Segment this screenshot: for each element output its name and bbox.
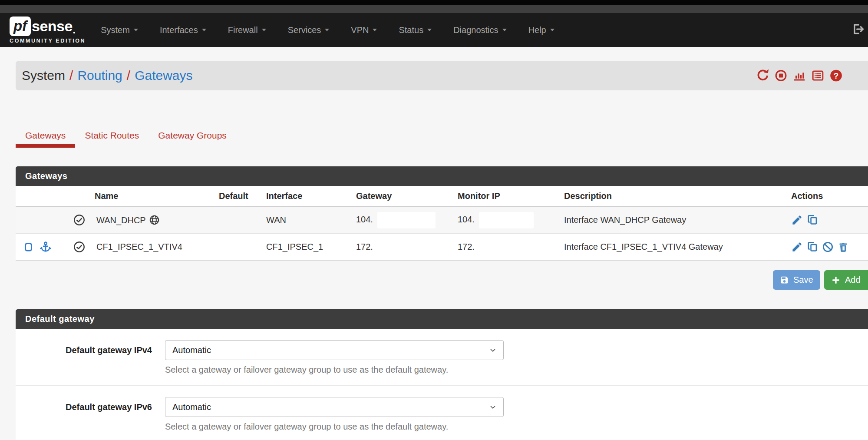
col-status [67,186,91,207]
nav-item-interfaces[interactable]: Interfaces [149,25,217,35]
routing-tabs: Gateways Static Routes Gateway Groups [16,123,236,148]
tab-static-routes[interactable]: Static Routes [75,123,149,148]
nav-item-label: Help [528,25,546,35]
nav-item-label: Interfaces [160,25,198,35]
nav-item-label: Services [288,25,321,35]
nav-item-services[interactable]: Services [277,25,340,35]
breadcrumb-routing-link[interactable]: Routing [77,68,122,83]
col-description: Description [561,186,788,207]
selected-value: Automatic [172,402,211,412]
nav-item-help[interactable]: Help [518,25,565,35]
refresh-icon[interactable] [756,69,769,82]
chevron-down-icon [134,29,138,31]
col-select [16,186,67,207]
gateway-interface-cell: WAN [263,207,353,234]
pfsense-logo[interactable]: pf sense COMMUNITY EDITION [10,17,86,44]
chevron-down-icon [427,29,432,31]
default-gateway-ipv6-label: Default gateway IPv6 [16,402,152,412]
nav-item-status[interactable]: Status [388,25,442,35]
edit-icon[interactable] [791,214,803,226]
logo-sense-text: sense [32,18,73,35]
tab-label: Gateway Groups [158,130,227,141]
col-actions: Actions [788,186,868,207]
logo-registered-dot [73,32,75,33]
row-left-icons [16,234,67,261]
default-gateway-ipv4-label: Default gateway IPv4 [16,345,152,355]
gateway-name-cell: WAN_DHCP [91,207,215,234]
chevron-down-icon [202,29,206,31]
redaction-box [377,212,436,228]
page-header-icons: ? [756,69,842,82]
nav-item-firewall[interactable]: Firewall [217,25,277,35]
col-interface: Interface [263,186,353,207]
plus-icon [831,275,841,285]
default-gateway-ipv4-row: Default gateway IPv4 Automatic Select a … [16,329,868,385]
nav-item-vpn[interactable]: VPN [340,25,388,35]
chevron-down-icon [262,29,266,31]
col-default: Default [215,186,263,207]
main-navbar: pf sense COMMUNITY EDITION System Interf… [0,13,868,47]
monitor-ip-cell: 104. [454,207,561,234]
gateway-enabled-cell [67,207,91,234]
tab-label: Static Routes [85,130,139,141]
col-monitor-ip: Monitor IP [454,186,561,207]
gateways-panel: Gateways Name Default Interface Gateway … [16,166,868,261]
chevron-down-icon [373,29,377,31]
breadcrumb-gateways-link[interactable]: Gateways [135,68,192,83]
nav-item-diagnostics[interactable]: Diagnostics [442,25,517,35]
stop-icon[interactable] [775,69,787,82]
monitor-chart-icon[interactable] [793,69,806,82]
anchor-icon [40,241,52,253]
save-button-label: Save [793,275,813,285]
gateway-name-cell: CF1_IPSEC_1_VTIV4 [91,234,215,261]
copy-icon[interactable] [807,214,818,226]
col-name: Name [91,186,215,207]
tab-label: Gateways [25,130,66,141]
monitor-ip: 104. [458,215,475,224]
default-gateway-panel: Default gateway Default gateway IPv4 Aut… [16,309,868,440]
default-gateway-globe-icon [149,215,160,225]
sign-out-icon[interactable] [851,23,865,37]
tab-gateway-groups[interactable]: Gateway Groups [149,123,236,148]
gateways-panel-title: Gateways [16,166,868,186]
gateway-interface-cell: CF1_IPSEC_1 [263,234,353,261]
check-circle-icon [73,214,85,226]
breadcrumb: System / Routing / Gateways [22,68,193,83]
delete-icon[interactable] [838,241,849,253]
nav-item-system[interactable]: System [90,25,149,35]
default-gateway-ipv4-select[interactable]: Automatic [165,340,504,360]
row-actions [788,207,868,234]
gateway-default-cell [215,207,263,234]
top-gray-strip [0,5,868,13]
default-gateway-ipv6-row: Default gateway IPv6 Automatic Select a … [16,385,868,440]
help-icon[interactable]: ? [830,69,842,82]
gateway-address: 104. [356,215,373,224]
gateway-enabled-cell [67,234,91,261]
svg-text:?: ? [834,71,838,80]
redaction-box [479,212,534,228]
gateway-address-cell: 172. [353,234,454,261]
disable-icon[interactable] [822,241,834,253]
chevron-down-icon [550,29,554,31]
chevron-down-icon [488,346,497,354]
log-icon[interactable] [812,69,824,82]
gateway-name: CF1_IPSEC_1_VTIV4 [96,242,182,251]
edit-icon[interactable] [791,241,803,253]
gateway-default-cell [215,234,263,261]
save-button[interactable]: Save [773,270,820,290]
default-gateway-ipv6-select[interactable]: Automatic [165,397,504,417]
nav-item-label: VPN [351,25,369,35]
breadcrumb-separator: / [69,68,73,83]
nav-item-label: Firewall [228,25,258,35]
table-row: CF1_IPSEC_1_VTIV4 CF1_IPSEC_1 172. 172. … [16,234,868,261]
copy-icon[interactable] [807,241,818,253]
breadcrumb-system: System [22,68,65,83]
table-row: WAN_DHCP WAN 104. 104. Interface WAN_DHC… [16,207,868,234]
row-left-icons [16,207,67,234]
add-button[interactable]: Add [824,270,868,290]
selected-value: Automatic [172,345,211,355]
tab-gateways[interactable]: Gateways [16,123,75,148]
nav-item-label: System [101,25,130,35]
logo-edition-text: COMMUNITY EDITION [10,38,86,44]
chevron-down-icon [325,29,329,31]
